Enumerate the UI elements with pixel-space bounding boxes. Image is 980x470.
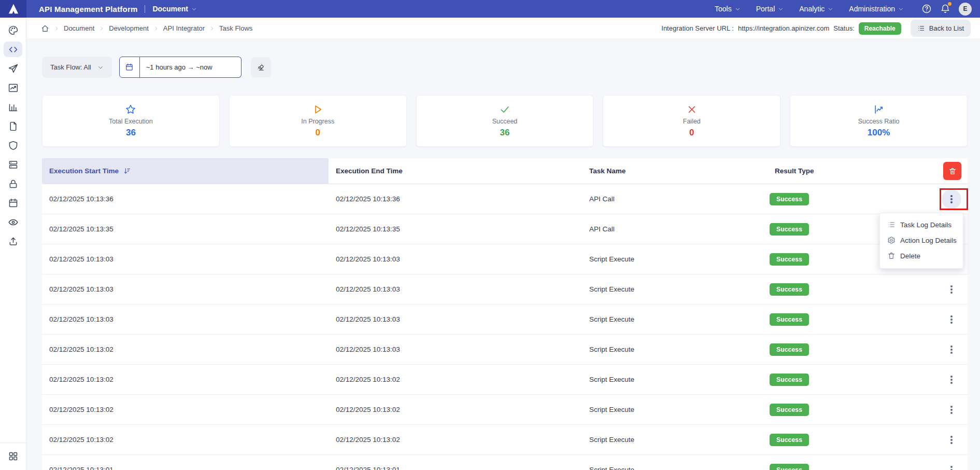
row-menu-button[interactable] [942,280,961,299]
stat-card-in-progress: In Progress 0 [229,95,407,147]
help-button[interactable] [921,4,932,14]
calendar-icon [8,198,19,209]
sidebar-item-monitoring[interactable] [4,99,22,115]
sidebar-item-export[interactable] [4,233,22,249]
sidebar-item-security[interactable] [4,137,22,153]
cell-actions [918,340,968,360]
app-logo[interactable] [0,0,26,18]
stat-card-success-ratio: Success Ratio 100% [790,95,968,147]
filter-row: Task Flow: All [42,57,968,78]
trash-icon [887,252,896,260]
notifications-button[interactable] [940,4,950,14]
cell-task-name: API Call [582,195,762,203]
row-menu-button[interactable] [942,340,961,360]
sidebar-item-credentials[interactable] [4,176,22,191]
row-menu-button[interactable] [942,189,961,209]
clear-filters-button[interactable] [251,57,271,77]
menu-item-action-log-details[interactable]: Action Log Details [880,232,963,248]
main-content: Task Flow: All Total Execution 36 In Pro… [26,39,980,470]
executions-table: Execution Start Time Execution End Time … [42,158,968,470]
star-icon [125,104,136,115]
menu-item-label: Task Log Details [900,221,951,229]
menu-analytic[interactable]: Analytic [799,5,833,13]
cell-start-time: 02/12/2025 10:13:02 [42,345,329,353]
breadcrumb-task-flows[interactable]: Task Flows [219,24,252,32]
list-icon [887,220,896,229]
sidebar-item-schedules[interactable] [4,195,22,211]
menu-tools[interactable]: Tools [715,5,741,13]
menu-item-delete[interactable]: Delete [880,248,963,264]
cell-task-name: Script Execute [582,345,762,353]
row-menu-button[interactable] [942,430,961,450]
breadcrumb-api-integrator[interactable]: API Integrator [163,24,205,32]
cell-start-time: 02/12/2025 10:13:03 [42,285,329,293]
cell-end-time: 02/12/2025 10:13:03 [329,345,582,353]
breadcrumb-separator-icon [209,26,215,31]
cell-start-time: 02/12/2025 10:13:36 [42,195,329,203]
row-menu-button[interactable] [942,460,961,470]
table-row: 02/12/2025 10:13:35 02/12/2025 10:13:35 … [42,214,968,244]
app-title: API Management Platform [39,5,137,13]
row-menu-button[interactable] [942,400,961,420]
table-row: 02/12/2025 10:13:02 02/12/2025 10:13:02 … [42,425,968,455]
line-chart-icon [8,82,19,93]
chevron-down-icon [97,64,104,71]
menu-administration[interactable]: Administration [849,5,904,13]
cell-task-name: Script Execute [582,436,762,444]
context-label: Document [152,5,188,13]
column-header-start-time[interactable]: Execution Start Time [42,158,329,184]
code-icon [8,44,19,55]
calendar-picker-button[interactable] [119,57,140,78]
stat-label: Succeed [492,118,518,125]
sidebar-item-analytics[interactable] [4,80,22,95]
sidebar-item-documents[interactable] [4,118,22,134]
menu-portal[interactable]: Portal [756,5,784,13]
cell-actions [918,460,968,470]
user-avatar[interactable]: E [959,3,972,16]
result-badge: Success [770,374,809,386]
menu-item-label: Action Log Details [900,237,957,244]
menu-item-label: Delete [900,252,920,260]
sidebar-item-observe[interactable] [4,214,22,230]
row-menu-button[interactable] [942,310,961,329]
eye-icon [8,217,19,228]
row-menu-button[interactable] [942,370,961,390]
cell-end-time: 02/12/2025 10:13:03 [329,315,582,323]
breadcrumb-document[interactable]: Document [64,24,94,32]
home-breadcrumb-link[interactable] [41,24,49,33]
sidebar-item-servers[interactable] [4,157,22,172]
breadcrumb-development[interactable]: Development [109,24,149,32]
breadcrumb-separator-icon [99,26,104,31]
breadcrumb-bar: Document Development API Integrator Task… [26,18,980,39]
result-badge: Success [770,404,809,416]
menu-item-task-log-details[interactable]: Task Log Details [880,217,963,232]
play-icon [312,104,323,115]
sidebar-item-apps[interactable] [4,448,22,464]
column-header-end-time[interactable]: Execution End Time [329,167,582,175]
cell-actions [918,400,968,420]
table-row: 02/12/2025 10:13:36 02/12/2025 10:13:36 … [42,184,968,214]
server-status-area: Integration Server URL : https://integra… [661,20,971,37]
back-to-list-button[interactable]: Back to List [911,20,971,37]
sidebar-item-design[interactable] [4,22,22,38]
cell-end-time: 02/12/2025 10:13:02 [329,376,582,383]
sidebar-item-development[interactable] [4,42,22,57]
context-switcher[interactable]: Document [152,5,196,13]
list-icon [917,24,925,32]
stat-label: Total Execution [109,118,153,125]
date-range-input[interactable] [140,57,242,78]
stat-value: 36 [500,128,510,138]
cell-task-name: Script Execute [582,255,762,263]
sidebar-item-deploy[interactable] [4,61,22,76]
column-header-result-type[interactable]: Result Type [762,167,918,175]
bar-chart-icon [8,102,19,113]
server-status-label: Status: [833,24,854,32]
stat-value: 36 [126,128,136,138]
menu-label: Administration [849,5,895,13]
cell-start-time: 02/12/2025 10:13:03 [42,255,329,263]
cell-result-type: Success [762,374,918,386]
column-header-task-name[interactable]: Task Name [582,167,762,175]
task-flow-filter[interactable]: Task Flow: All [42,57,112,78]
breadcrumb-separator-icon [54,26,59,31]
bulk-delete-button[interactable] [943,162,961,180]
